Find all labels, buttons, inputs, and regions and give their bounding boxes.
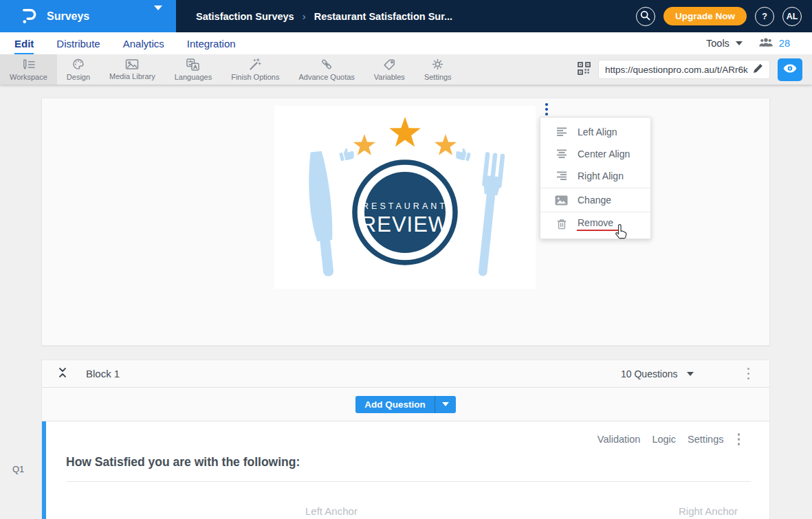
question-number-label: Q1 — [12, 464, 24, 474]
block-options-kebab[interactable] — [745, 366, 752, 382]
edit-pencil-icon[interactable] — [753, 63, 763, 76]
nav-right: Tools 28 — [706, 32, 812, 54]
chevron-down-icon — [154, 10, 162, 23]
menu-divider — [540, 212, 650, 212]
collaborators[interactable]: 28 — [758, 37, 790, 50]
right-anchor-label: Right Anchor — [679, 505, 738, 517]
advance-quotas-icon — [320, 58, 333, 71]
settings-link[interactable]: Settings — [688, 434, 723, 445]
tab-analytics[interactable]: Analytics — [123, 32, 164, 54]
menu-item-left-align[interactable]: Left Align — [540, 121, 650, 143]
cursor-pointer-icon — [613, 223, 628, 243]
nav-row: Edit Distribute Analytics Integration To… — [0, 32, 812, 54]
finish-options-icon — [248, 58, 262, 71]
breadcrumb-separator: › — [303, 10, 306, 22]
toolbar-workspace[interactable]: Workspace — [0, 54, 57, 85]
toolbar-advance-quotas[interactable]: Advance Quotas — [289, 54, 364, 85]
upgrade-now-button[interactable]: Upgrade Now — [663, 7, 747, 25]
trash-icon — [555, 219, 568, 230]
top-bar-actions: Upgrade Now ? AL — [636, 7, 812, 26]
center-align-icon — [555, 149, 568, 159]
toolbar-finish-options[interactable]: Finish Options — [221, 54, 289, 85]
search-button[interactable] — [636, 7, 655, 26]
validation-link[interactable]: Validation — [597, 434, 641, 445]
left-anchor-label: Left Anchor — [305, 505, 358, 517]
toolbar-languages[interactable]: Languages — [165, 54, 221, 85]
breadcrumb: Satisfaction Surveys › Restaurant Satisf… — [196, 10, 452, 22]
image-context-menu: Left Align Center Align Right Align Chan… — [540, 117, 651, 239]
workspace-icon — [21, 58, 36, 71]
variables-icon — [383, 58, 396, 71]
qr-code-icon[interactable] — [578, 62, 591, 78]
image-icon — [555, 195, 568, 206]
toolbar-media-library[interactable]: Media Library — [100, 54, 165, 85]
left-align-icon — [555, 127, 568, 137]
product-switcher[interactable]: Surveys — [0, 0, 176, 32]
breadcrumb-folder[interactable]: Satisfaction Surveys — [196, 11, 294, 22]
divider — [66, 481, 751, 482]
question-actions: Validation Logic Settings — [597, 431, 742, 448]
toolbar-settings[interactable]: Settings — [415, 54, 461, 85]
image-options-kebab[interactable] — [543, 101, 550, 118]
survey-logo-image[interactable]: RESTAURANT REVIEW — [274, 106, 536, 289]
collaborators-count: 28 — [779, 38, 790, 49]
chevron-down-icon[interactable] — [736, 41, 743, 45]
add-question-button[interactable]: Add Question — [355, 396, 435, 413]
toolbar-design[interactable]: Design — [57, 54, 100, 85]
tab-distribute[interactable]: Distribute — [56, 32, 100, 54]
people-icon — [758, 37, 773, 50]
languages-icon — [186, 58, 199, 71]
survey-url-field[interactable]: https://questionpro.com.au/t/ARr6k — [598, 60, 770, 79]
survey-header-card: RESTAURANT REVIEW Restaurant Feedback Su… — [41, 98, 770, 346]
tab-integration[interactable]: Integration — [187, 32, 236, 54]
tab-edit[interactable]: Edit — [14, 32, 34, 54]
design-icon — [72, 58, 85, 71]
settings-icon — [431, 58, 444, 71]
menu-item-change[interactable]: Change — [540, 189, 650, 211]
block-header: Block 1 10 Questions — [42, 360, 769, 388]
logo-text-restaurant: RESTAURANT — [362, 201, 448, 211]
eye-icon — [783, 63, 797, 76]
product-name: Surveys — [47, 10, 89, 23]
question-count-dropdown[interactable]: 10 Questions — [621, 368, 694, 379]
block-title[interactable]: Block 1 — [86, 368, 120, 379]
menu-divider — [540, 188, 650, 188]
logo-text-review: REVIEW — [361, 212, 449, 236]
media-library-icon — [125, 58, 139, 70]
breadcrumb-survey[interactable]: Restaurant Satisfaction Sur... — [314, 11, 452, 22]
toolbar-variables[interactable]: Variables — [364, 54, 415, 85]
menu-item-center-align[interactable]: Center Align — [540, 143, 650, 165]
tools-menu[interactable]: Tools — [706, 38, 729, 49]
add-question-dropdown[interactable] — [435, 396, 456, 413]
right-align-icon — [555, 171, 568, 181]
nav-tabs: Edit Distribute Analytics Integration — [0, 32, 236, 54]
questionpro-logo-icon — [21, 5, 38, 27]
add-question-row: Add Question — [42, 388, 769, 421]
question-text[interactable]: How Satisfied you are with the following… — [66, 455, 300, 470]
chevron-down-icon — [687, 372, 694, 376]
survey-url: https://questionpro.com.au/t/ARr6k — [605, 65, 748, 75]
top-bar: Surveys Satisfaction Surveys › Restauran… — [0, 0, 812, 32]
menu-item-right-align[interactable]: Right Align — [540, 165, 650, 187]
block-card: Block 1 10 Questions Add Question Valida… — [41, 360, 770, 519]
search-icon — [640, 10, 650, 23]
editor-toolbar: Workspace Design Media Library Languages… — [0, 54, 812, 85]
question-options-kebab[interactable] — [736, 431, 743, 448]
logic-link[interactable]: Logic — [652, 434, 676, 445]
collapse-block-icon[interactable] — [58, 367, 67, 381]
toolbar-right: https://questionpro.com.au/t/ARr6k — [578, 54, 812, 85]
preview-button[interactable] — [778, 58, 802, 81]
menu-item-remove[interactable]: Remove — [540, 213, 650, 235]
avatar[interactable]: AL — [782, 7, 802, 26]
help-button[interactable]: ? — [755, 7, 774, 26]
question-card: Validation Logic Settings How Satisfied … — [42, 421, 769, 519]
